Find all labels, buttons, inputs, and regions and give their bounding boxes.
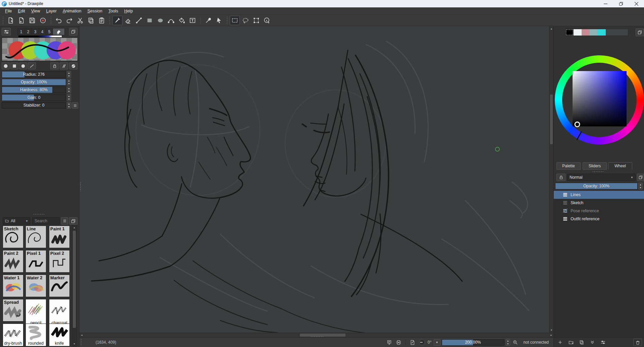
record-session-button[interactable] bbox=[38, 16, 48, 25]
tab-palette[interactable]: Palette bbox=[556, 162, 581, 170]
delete-layer-button[interactable] bbox=[633, 339, 642, 346]
stabilizer-slider[interactable]: Stabilizer: 0 bbox=[2, 102, 66, 109]
menu-help[interactable]: Help bbox=[121, 8, 136, 14]
laser-pointer-tool[interactable] bbox=[214, 16, 224, 25]
duplicate-layer-button[interactable] bbox=[577, 339, 586, 346]
zoom-spinner[interactable]: ▲▼ bbox=[506, 339, 510, 346]
preset-scrollbar[interactable]: ▲ ▼ bbox=[72, 225, 77, 346]
redo-button[interactable] bbox=[64, 16, 74, 25]
add-layer-button[interactable] bbox=[556, 339, 565, 346]
preset-pixel-1[interactable]: Pixel 1 bbox=[25, 250, 46, 273]
rotation-dropdown-button[interactable]: ▼ bbox=[434, 339, 440, 346]
layer-lock-button[interactable] bbox=[556, 174, 566, 181]
dock-splitter-handle[interactable] bbox=[593, 171, 604, 172]
rectangle-tool[interactable] bbox=[145, 16, 155, 25]
session-status-icon[interactable] bbox=[385, 339, 393, 346]
menu-tools[interactable]: Tools bbox=[105, 8, 121, 14]
zoom-slider[interactable]: 200.00% bbox=[442, 339, 504, 346]
swatch-pink[interactable] bbox=[582, 29, 590, 36]
flood-fill-tool[interactable] bbox=[177, 16, 187, 25]
preset-knife[interactable]: knife bbox=[49, 324, 70, 346]
freehand-brush-tool[interactable] bbox=[112, 16, 122, 25]
paste-button[interactable] bbox=[97, 16, 107, 25]
preset-filter-dropdown[interactable]: All ▼ bbox=[3, 217, 30, 225]
new-document-button[interactable] bbox=[6, 16, 16, 25]
canvas-vscrollbar[interactable]: ▲ ▼ bbox=[549, 26, 553, 333]
minimize-button[interactable] bbox=[598, 0, 613, 7]
add-group-button[interactable] bbox=[567, 339, 575, 346]
gain-spinner[interactable]: ▲▼ bbox=[67, 94, 71, 101]
opacity-slider[interactable]: Opacity: 100% bbox=[2, 79, 66, 85]
menu-view[interactable]: View bbox=[28, 8, 43, 14]
blend-mode-dropdown[interactable]: Normal ▼ bbox=[567, 174, 636, 181]
hardness-slider[interactable]: Hardness: 80% bbox=[2, 86, 66, 93]
brush-settings-button[interactable] bbox=[2, 28, 11, 36]
layer-row-pose-reference[interactable]: Pose reference bbox=[554, 207, 644, 215]
color-dock-float-button[interactable] bbox=[636, 28, 644, 36]
layer-dock-float-button[interactable] bbox=[637, 174, 644, 181]
preset-water-2[interactable]: Water 2 bbox=[25, 275, 46, 297]
preset-sketch[interactable]: Sketch bbox=[3, 226, 23, 248]
preset-menu-button[interactable] bbox=[61, 217, 68, 225]
menu-layer[interactable]: Layer bbox=[43, 8, 60, 14]
restore-button[interactable] bbox=[613, 0, 629, 7]
canvas-vscroll-thumb[interactable] bbox=[550, 95, 553, 144]
open-document-button[interactable] bbox=[16, 16, 26, 25]
brush-slot-5[interactable]: 5 bbox=[46, 28, 53, 35]
toolbar-drag-handle[interactable] bbox=[1, 17, 4, 24]
brush-shape-blob-button[interactable] bbox=[2, 62, 10, 69]
menu-file[interactable]: File bbox=[2, 8, 15, 14]
scroll-up-icon[interactable]: ▲ bbox=[549, 27, 553, 31]
swatch-gray-teal[interactable] bbox=[590, 29, 598, 36]
preset-scroll-thumb[interactable] bbox=[73, 231, 76, 328]
scroll-right-icon[interactable]: ► bbox=[550, 334, 552, 336]
stabilizer-spinner[interactable]: ▲▼ bbox=[67, 102, 71, 109]
layer-row-sketch[interactable]: Sketch bbox=[554, 199, 644, 207]
saturation-value-square[interactable] bbox=[573, 71, 627, 126]
canvas-splitter-handle[interactable] bbox=[80, 182, 81, 191]
menu-session[interactable]: Session bbox=[84, 8, 105, 14]
layer-properties-button[interactable] bbox=[599, 339, 607, 346]
layer-opacity-spinner[interactable]: ▲▼ bbox=[638, 183, 643, 189]
swatch-cyan[interactable] bbox=[598, 29, 606, 36]
radius-slider[interactable]: Radius: 276 bbox=[2, 71, 66, 78]
statusbar-splitter-handle[interactable] bbox=[311, 336, 324, 337]
preset-pencil[interactable]: pencil bbox=[25, 299, 46, 326]
eraser-mode-button[interactable] bbox=[60, 62, 68, 69]
inspector-tool[interactable] bbox=[262, 16, 272, 25]
line-tool[interactable] bbox=[134, 16, 144, 25]
catchup-progress-icon[interactable] bbox=[394, 339, 402, 346]
eraser-tool[interactable] bbox=[123, 16, 133, 25]
hardness-spinner[interactable]: ▲▼ bbox=[67, 86, 71, 93]
preset-dry-brush[interactable]: dry-brush bbox=[3, 324, 23, 346]
bezier-curve-tool[interactable] bbox=[166, 16, 176, 25]
tab-sliders[interactable]: Sliders bbox=[583, 162, 607, 170]
brush-slot-1[interactable]: 1 bbox=[18, 28, 25, 35]
smudge-mode-button[interactable] bbox=[69, 62, 77, 69]
preset-dock-float-button[interactable] bbox=[69, 217, 77, 225]
layer-opacity-slider[interactable]: Opacity: 100% bbox=[555, 183, 638, 189]
canvas-hscrollbar[interactable]: ◄ ► bbox=[79, 333, 553, 337]
menu-edit[interactable]: Edit bbox=[15, 8, 28, 14]
toolbar-drag-handle[interactable] bbox=[49, 17, 52, 24]
close-button[interactable] bbox=[629, 0, 644, 7]
swatch-black[interactable] bbox=[566, 29, 574, 36]
panel-splitter-handle[interactable] bbox=[34, 214, 45, 215]
save-button[interactable] bbox=[27, 16, 37, 25]
swatch-white[interactable] bbox=[574, 29, 582, 36]
brush-slot-3[interactable]: 3 bbox=[32, 28, 39, 35]
scroll-left-icon[interactable]: ◄ bbox=[80, 334, 83, 336]
menu-animation[interactable]: Animation bbox=[60, 8, 85, 14]
lock-brush-button[interactable] bbox=[50, 62, 59, 69]
preset-charcoal[interactable]: charcoal bbox=[49, 299, 70, 326]
cut-button[interactable] bbox=[75, 16, 85, 25]
brush-stroke-sample-button[interactable] bbox=[28, 62, 36, 69]
color-picker-tool[interactable] bbox=[203, 16, 213, 25]
color-wheel[interactable] bbox=[555, 55, 644, 144]
statusbar-drag-handle[interactable] bbox=[81, 339, 82, 345]
brush-slot-4[interactable]: 4 bbox=[39, 28, 46, 35]
lasso-select-tool[interactable] bbox=[240, 16, 251, 25]
brush-slot-2[interactable]: 2 bbox=[25, 28, 32, 35]
preset-water-1[interactable]: Water 1 bbox=[3, 275, 23, 297]
brush-shape-round-button[interactable] bbox=[19, 62, 27, 69]
